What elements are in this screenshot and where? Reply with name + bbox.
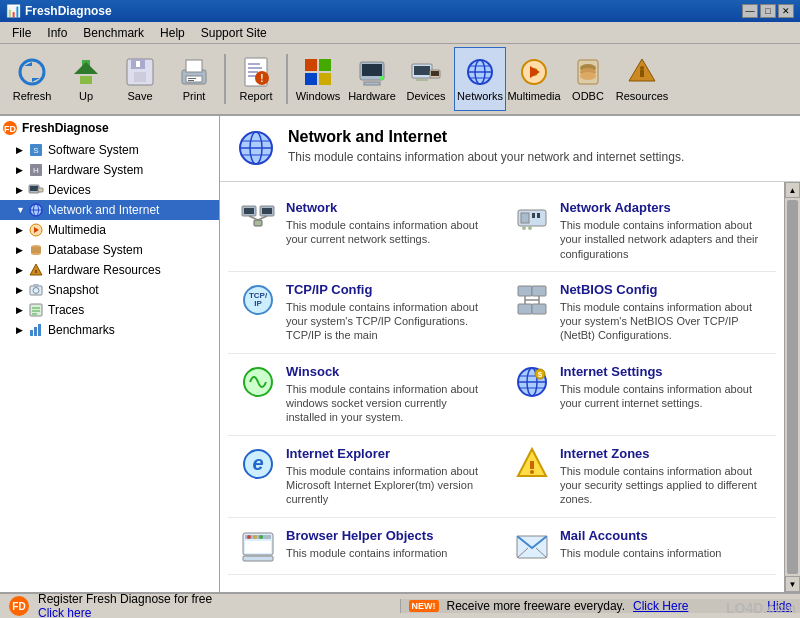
grid-item-browser[interactable]: Browser Helper Objects This module conta… xyxy=(228,518,502,575)
svg-rect-86 xyxy=(262,208,272,214)
grid-item-internet-settings[interactable]: $ Internet Settings This module contains… xyxy=(502,354,776,436)
sidebar-root[interactable]: FD FreshDiagnose xyxy=(0,116,219,140)
arrow-icon: ▶ xyxy=(16,225,26,235)
toolbar-sep-2 xyxy=(286,54,288,104)
sidebar-item-snapshot[interactable]: ▶ Snapshot xyxy=(0,280,219,300)
sidebar-item-multimedia[interactable]: ▶ Multimedia xyxy=(0,220,219,240)
mail-title: Mail Accounts xyxy=(560,528,721,543)
scrollbar-up[interactable]: ▲ xyxy=(785,182,800,198)
grid-item-mail[interactable]: Mail Accounts This module contains infor… xyxy=(502,518,776,575)
sidebar-label-software: Software System xyxy=(48,143,139,157)
svg-rect-14 xyxy=(248,63,260,65)
toolbar-odbc-label: ODBC xyxy=(572,90,604,102)
sidebar-label-snapshot: Snapshot xyxy=(48,283,99,297)
grid-item-network-adapters[interactable]: Network Adapters This module contains in… xyxy=(502,190,776,272)
menu-info[interactable]: Info xyxy=(39,24,75,42)
ie-title: Internet Explorer xyxy=(286,446,490,461)
main-area: FD FreshDiagnose ▶ S Software System ▶ H… xyxy=(0,116,800,592)
svg-rect-25 xyxy=(364,82,380,85)
svg-rect-26 xyxy=(362,64,382,76)
toolbar-up-label: Up xyxy=(79,90,93,102)
sidebar-item-hw-resources[interactable]: ▶ Hardware Resources xyxy=(0,260,219,280)
svg-rect-7 xyxy=(136,61,140,67)
zones-desc: This module contains information about y… xyxy=(560,464,764,507)
toolbar-save[interactable]: Save xyxy=(114,47,166,111)
arrow-icon: ▶ xyxy=(16,245,26,255)
scrollbar-thumb[interactable] xyxy=(787,200,798,574)
sidebar-item-benchmarks[interactable]: ▶ Benchmarks xyxy=(0,320,219,340)
grid-item-ie[interactable]: e Internet Explorer This module contains… xyxy=(228,436,502,518)
toolbar-report[interactable]: ! Report xyxy=(230,47,282,111)
odbc-icon xyxy=(572,56,604,88)
svg-point-95 xyxy=(528,226,532,230)
svg-rect-91 xyxy=(521,213,529,223)
toolbar-hardware-label: Hardware xyxy=(348,90,396,102)
scrollbar[interactable]: ▲ ▼ xyxy=(784,182,800,592)
menu-support[interactable]: Support Site xyxy=(193,24,275,42)
grid-item-network[interactable]: Network This module contains information… xyxy=(228,190,502,272)
svg-rect-99 xyxy=(518,286,532,296)
networks-icon xyxy=(464,56,496,88)
zones-text: Internet Zones This module contains info… xyxy=(560,446,764,507)
svg-rect-16 xyxy=(248,71,258,73)
grid-item-zones[interactable]: Internet Zones This module contains info… xyxy=(502,436,776,518)
devices-icon xyxy=(410,56,442,88)
arrow-icon: ▶ xyxy=(16,325,26,335)
browser-helper-title: Browser Helper Objects xyxy=(286,528,447,543)
svg-text:IP: IP xyxy=(254,299,262,308)
content-grid-wrapper: Network This module contains information… xyxy=(220,182,784,592)
maximize-button[interactable]: □ xyxy=(760,4,776,18)
svg-rect-77 xyxy=(38,324,41,336)
sidebar-item-network[interactable]: ▼ Network and Internet xyxy=(0,200,219,220)
toolbar-networks[interactable]: Networks xyxy=(454,47,506,111)
toolbar-odbc[interactable]: ODBC xyxy=(562,47,614,111)
grid-item-winsock[interactable]: Winsock This module contains information… xyxy=(228,354,502,436)
grid-item-netbios[interactable]: NetBIOS Config This module contains info… xyxy=(502,272,776,354)
netbios-desc: This module contains information about y… xyxy=(560,300,764,343)
status-click-here-link[interactable]: Click here xyxy=(38,606,91,618)
svg-point-123 xyxy=(253,535,257,539)
toolbar-devices[interactable]: Devices xyxy=(400,47,452,111)
tcpip-title: TCP/IP Config xyxy=(286,282,490,297)
toolbar-print[interactable]: Print xyxy=(168,47,220,111)
toolbar-up[interactable]: Up xyxy=(60,47,112,111)
toolbar-resources-label: Resources xyxy=(616,90,669,102)
svg-marker-2 xyxy=(74,62,98,74)
tcpip-desc: This module contains information about y… xyxy=(286,300,490,343)
toolbar-refresh[interactable]: Refresh xyxy=(6,47,58,111)
sidebar-item-database[interactable]: ▶ Database System xyxy=(0,240,219,260)
menu-file[interactable]: File xyxy=(4,24,39,42)
close-button[interactable]: ✕ xyxy=(778,4,794,18)
svg-rect-121 xyxy=(245,541,271,553)
sidebar-item-traces[interactable]: ▶ Traces xyxy=(0,300,219,320)
toolbar-multimedia[interactable]: Multimedia xyxy=(508,47,560,111)
grid-item-tcpip[interactable]: TCP/ IP TCP/IP Config This module contai… xyxy=(228,272,502,354)
toolbar-hardware[interactable]: Hardware xyxy=(346,47,398,111)
menu-benchmark[interactable]: Benchmark xyxy=(75,24,152,42)
svg-rect-15 xyxy=(248,67,262,69)
network-icon xyxy=(240,200,276,236)
ie-icon: e xyxy=(240,446,276,482)
svg-rect-6 xyxy=(134,72,146,82)
toolbar-resources[interactable]: Resources xyxy=(616,47,668,111)
minimize-button[interactable]: — xyxy=(742,4,758,18)
status-click-here-right-link[interactable]: Click Here xyxy=(633,599,688,613)
scrollbar-down[interactable]: ▼ xyxy=(785,576,800,592)
svg-rect-70 xyxy=(33,284,39,287)
netbios-icon xyxy=(514,282,550,318)
status-left-icon: FD xyxy=(8,595,30,617)
arrow-icon: ▶ xyxy=(16,285,26,295)
svg-rect-3 xyxy=(80,76,92,84)
svg-text:!: ! xyxy=(260,73,263,84)
sidebar-item-hardware-system[interactable]: ▶ H Hardware System xyxy=(0,160,219,180)
hardware-icon xyxy=(356,56,388,88)
ie-desc: This module contains information about M… xyxy=(286,464,490,507)
sidebar-item-software[interactable]: ▶ S Software System xyxy=(0,140,219,160)
up-icon xyxy=(70,56,102,88)
svg-rect-30 xyxy=(416,79,428,81)
toolbar-windows[interactable]: Windows xyxy=(292,47,344,111)
sidebar-item-devices[interactable]: ▶ Devices xyxy=(0,180,219,200)
sidebar-label-database: Database System xyxy=(48,243,143,257)
menu-help[interactable]: Help xyxy=(152,24,193,42)
watermark: LO4D.com xyxy=(726,600,796,616)
